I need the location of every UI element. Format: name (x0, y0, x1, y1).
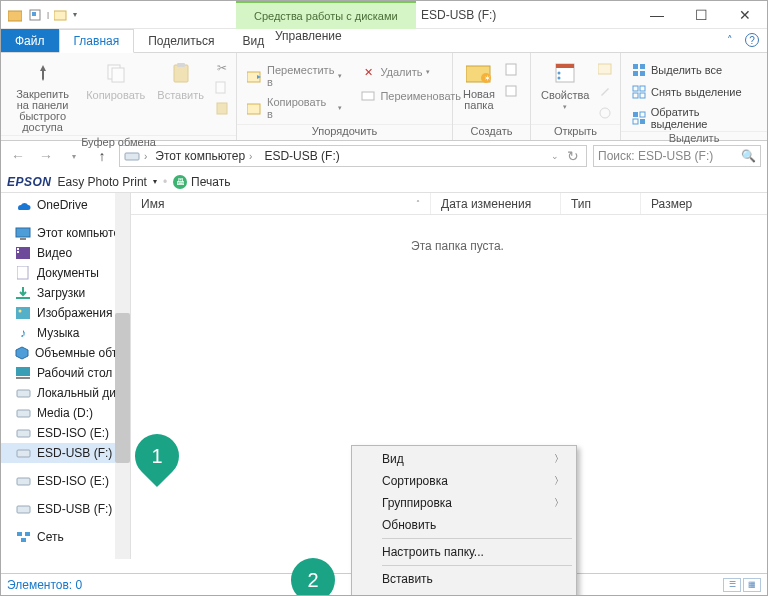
svg-point-20 (558, 72, 561, 75)
tab-file[interactable]: Файл (1, 29, 59, 52)
epson-print-button[interactable]: 🖶Печать (173, 175, 230, 189)
print-icon: 🖶 (173, 175, 187, 189)
nav-up-button[interactable]: ↑ (91, 145, 113, 167)
select-none-button[interactable]: Снять выделение (627, 83, 761, 101)
address-bar[interactable]: › Этот компьютер› ESD-USB (F:) ⌄ ↻ (119, 145, 587, 167)
col-name[interactable]: Имя˄ (131, 193, 431, 214)
ctx-group[interactable]: Группировка〉 (354, 492, 574, 514)
nav-this-pc[interactable]: Этот компьютер (1, 223, 130, 243)
col-date[interactable]: Дата изменения (431, 193, 561, 214)
invert-icon (631, 110, 647, 126)
open-icon[interactable] (597, 61, 613, 77)
svg-rect-55 (25, 532, 30, 536)
epson-dropdown-icon[interactable]: ▾ (153, 177, 157, 186)
copy-path-icon[interactable] (214, 81, 230, 95)
svg-rect-5 (112, 68, 124, 82)
svg-rect-28 (633, 86, 638, 91)
properties-button[interactable]: Свойства▾ (537, 57, 593, 113)
close-button[interactable]: ✕ (723, 1, 767, 29)
pin-to-quick-access-button[interactable]: Закрепить на панели быстрого доступа (7, 57, 78, 135)
svg-rect-34 (633, 119, 638, 124)
nav-scrollbar-thumb[interactable] (115, 313, 130, 463)
nav-esd-iso-e[interactable]: ESD-ISO (E:) (1, 423, 130, 443)
ctx-sort[interactable]: Сортировка〉 (354, 470, 574, 492)
nav-esd-usb-f[interactable]: ESD-USB (F:) (1, 443, 130, 463)
qat-dropdown-icon[interactable]: ▾ (73, 10, 77, 19)
refresh-icon[interactable]: ↻ (564, 145, 582, 167)
hdd-icon (15, 406, 31, 420)
nav-3d-objects[interactable]: Объемные объекты (1, 343, 130, 363)
paste-button: Вставить (153, 57, 208, 103)
search-placeholder: Поиск: ESD-USB (F:) (598, 149, 713, 163)
svg-rect-43 (16, 297, 30, 299)
select-all-button[interactable]: Выделить все (627, 61, 761, 79)
maximize-button[interactable]: ☐ (679, 1, 723, 29)
onedrive-icon (15, 198, 31, 212)
chevron-right-icon: 〉 (554, 474, 564, 488)
ctx-refresh[interactable]: Обновить (354, 514, 574, 536)
nav-documents[interactable]: Документы (1, 263, 130, 283)
computer-icon (15, 226, 31, 240)
edit-icon[interactable] (597, 83, 613, 99)
help-icon[interactable]: ? (745, 33, 759, 47)
qat-properties-icon[interactable] (27, 7, 43, 23)
network-icon (15, 530, 31, 544)
nav-onedrive[interactable]: OneDrive (1, 195, 130, 215)
copy-icon (102, 59, 130, 87)
select-none-icon (631, 84, 647, 100)
qat-newfolder-icon[interactable] (53, 7, 69, 23)
ctx-paste[interactable]: Вставить (354, 568, 574, 590)
col-size[interactable]: Размер (641, 193, 721, 214)
svg-rect-47 (16, 377, 30, 379)
icons-view-button[interactable]: ▦ (743, 578, 761, 592)
svg-point-45 (19, 310, 22, 313)
nav-videos[interactable]: Видео (1, 243, 130, 263)
nav-desktop[interactable]: Рабочий стол (1, 363, 130, 383)
breadcrumb-sep[interactable]: › (144, 151, 147, 162)
paste-shortcut-icon[interactable] (214, 101, 230, 115)
tab-manage[interactable]: Управление (261, 29, 356, 43)
nav-esd-usb-f-2[interactable]: ESD-USB (F:) (1, 499, 130, 519)
nav-network[interactable]: Сеть (1, 527, 130, 547)
ctx-view[interactable]: Вид〉 (354, 448, 574, 470)
svg-rect-19 (556, 64, 574, 68)
search-input[interactable]: Поиск: ESD-USB (F:) 🔍 (593, 145, 761, 167)
tab-share[interactable]: Поделиться (134, 29, 228, 52)
ctx-paste-shortcut[interactable]: Вставить ярлык (354, 590, 574, 596)
group-new-label: Создать (453, 124, 530, 140)
context-menu: Вид〉 Сортировка〉 Группировка〉 Обновить Н… (351, 445, 577, 596)
navigation-pane[interactable]: OneDrive Этот компьютер Видео Документы … (1, 193, 131, 559)
breadcrumb-current[interactable]: ESD-USB (F:) (260, 149, 343, 163)
nav-media-d[interactable]: Media (D:) (1, 403, 130, 423)
minimize-button[interactable]: ― (635, 1, 679, 29)
details-view-button[interactable]: ☰ (723, 578, 741, 592)
address-dropdown-icon[interactable]: ⌄ (546, 145, 564, 167)
history-icon[interactable] (597, 105, 613, 121)
new-folder-button[interactable]: ✶ Новая папка (459, 57, 499, 113)
breadcrumb-root[interactable]: Этот компьютер› (151, 149, 256, 163)
ribbon: Закрепить на панели быстрого доступа Коп… (1, 53, 767, 141)
nav-scrollbar[interactable] (115, 193, 130, 559)
tab-home[interactable]: Главная (59, 29, 135, 53)
new-item-icon[interactable] (503, 61, 519, 77)
nav-local-disk[interactable]: Локальный диск (1, 383, 130, 403)
nav-back-button[interactable]: ← (7, 145, 29, 167)
ribbon-collapse-icon[interactable]: ˄ (727, 34, 733, 47)
nav-downloads[interactable]: Загрузки (1, 283, 130, 303)
cut-icon[interactable]: ✂ (214, 61, 230, 75)
group-clipboard-label: Буфер обмена (1, 135, 236, 148)
desktop-icon (15, 366, 31, 380)
col-type[interactable]: Тип (561, 193, 641, 214)
svg-rect-44 (16, 307, 30, 319)
epson-epp-link[interactable]: Easy Photo Print (58, 175, 147, 189)
nav-pictures[interactable]: Изображения (1, 303, 130, 323)
group-open-label: Открыть (531, 124, 620, 140)
nav-esd-iso-e-2[interactable]: ESD-ISO (E:) (1, 471, 130, 491)
copyto-icon (247, 100, 263, 116)
invert-selection-button[interactable]: Обратить выделение (627, 105, 761, 131)
easy-access-icon[interactable] (503, 83, 519, 99)
ctx-customize[interactable]: Настроить папку... (354, 541, 574, 563)
nav-music[interactable]: ♪Музыка (1, 323, 130, 343)
epson-brand: EPSON (7, 175, 52, 189)
nav-recent-button[interactable]: ▾ (63, 145, 85, 167)
